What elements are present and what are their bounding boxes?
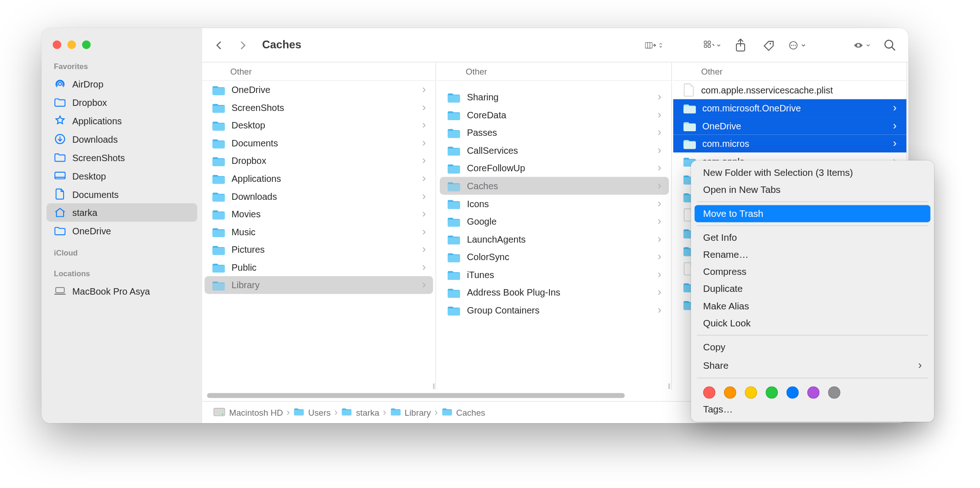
menu-item-open-in-new-tabs[interactable]: Open in New Tabs: [694, 181, 930, 198]
column-body[interactable]: Sharing›CoreData›Passes›CallServices›Cor…: [438, 81, 671, 390]
list-item[interactable]: Icons›: [440, 195, 669, 213]
share-icon[interactable]: [732, 38, 749, 52]
path-segment[interactable]: Library: [390, 407, 431, 418]
chevron-right-icon: ›: [383, 407, 386, 418]
column-header[interactable]: Other: [673, 63, 906, 81]
list-item[interactable]: Documents›: [204, 134, 433, 152]
menu-item-duplicate[interactable]: Duplicate: [694, 280, 930, 297]
sidebar-item-documents[interactable]: Documents: [47, 185, 197, 203]
menu-item-copy[interactable]: Copy: [694, 338, 930, 355]
sidebar-item-macbook-pro-asya[interactable]: MacBook Pro Asya: [47, 282, 197, 300]
tag-color[interactable]: [703, 386, 716, 399]
list-item[interactable]: Library›: [204, 276, 433, 294]
list-item[interactable]: LaunchAgents›: [440, 230, 669, 248]
list-item[interactable]: Downloads›: [204, 187, 433, 205]
list-item[interactable]: com.microsoft.OneDrive›: [673, 99, 906, 117]
sidebar-item-dropbox[interactable]: Dropbox: [47, 93, 197, 111]
menu-item-share[interactable]: Share›: [694, 356, 930, 375]
list-item[interactable]: Address Book Plug-Ins›: [440, 284, 669, 302]
svg-rect-9: [708, 41, 710, 43]
tag-color[interactable]: [787, 386, 799, 399]
sidebar-item-label: AirDrop: [72, 79, 104, 89]
list-item[interactable]: Public›: [204, 258, 433, 276]
tag-color[interactable]: [766, 386, 778, 399]
folder-icon: [447, 180, 461, 192]
chevron-right-icon: ›: [658, 197, 661, 210]
list-item[interactable]: CallServices›: [440, 141, 669, 159]
menu-item-move-to-trash[interactable]: Move to Trash: [694, 205, 930, 222]
close-button[interactable]: [52, 41, 61, 49]
column-header[interactable]: Other: [438, 63, 671, 81]
sidebar-heading: Locations: [47, 267, 197, 282]
item-label: Passes: [467, 128, 497, 138]
path-segment[interactable]: Caches: [442, 407, 485, 418]
tag-color[interactable]: [807, 386, 820, 399]
zoom-button[interactable]: [82, 41, 91, 49]
folder-icon: [212, 120, 225, 131]
preview-icon[interactable]: [853, 38, 870, 52]
menu-item-compress[interactable]: Compress: [694, 263, 930, 280]
list-item[interactable]: Passes›: [440, 124, 669, 142]
action-icon[interactable]: [788, 38, 805, 52]
minimize-button[interactable]: [67, 41, 76, 49]
list-item[interactable]: Desktop›: [204, 116, 433, 134]
search-icon[interactable]: [881, 38, 898, 52]
path-segment[interactable]: Macintosh HD: [213, 407, 283, 418]
sidebar-item-applications[interactable]: Applications: [47, 111, 197, 130]
chevron-right-icon: ›: [658, 180, 661, 192]
list-item[interactable]: Dropbox›: [204, 152, 433, 170]
tag-color[interactable]: [745, 386, 757, 399]
path-segment[interactable]: Users: [293, 407, 331, 418]
folder-icon: [341, 407, 352, 418]
list-item[interactable]: ColorSync›: [440, 248, 669, 266]
list-item[interactable]: Group Containers›: [440, 301, 669, 319]
list-item[interactable]: Movies›: [204, 205, 433, 223]
chevron-right-icon: ›: [422, 137, 426, 150]
menu-item-new-folder-with-selection-3-items[interactable]: New Folder with Selection (3 Items): [694, 164, 930, 181]
list-item[interactable]: com.apple.nsservicescache.plist: [676, 81, 904, 99]
list-item[interactable]: ScreenShots›: [204, 99, 433, 116]
sidebar-item-desktop[interactable]: Desktop: [47, 167, 197, 185]
menu-item-make-alias[interactable]: Make Alias: [694, 297, 930, 314]
column-header[interactable]: Other: [202, 63, 436, 81]
svg-point-18: [885, 40, 893, 48]
folder-icon: [682, 103, 696, 114]
list-item[interactable]: OneDrive›: [673, 117, 906, 135]
menu-item-rename[interactable]: Rename…: [694, 246, 930, 263]
svg-rect-5: [645, 42, 652, 48]
laptop-icon: [54, 285, 66, 297]
list-item[interactable]: Music›: [204, 223, 433, 241]
chevron-right-icon: ›: [658, 250, 661, 263]
sidebar-item-onedrive[interactable]: OneDrive: [47, 221, 197, 240]
sidebar-item-starka[interactable]: starka: [47, 203, 197, 222]
back-button[interactable]: [212, 38, 227, 52]
chevron-right-icon: ›: [422, 154, 426, 167]
list-item[interactable]: Applications›: [204, 169, 433, 187]
sidebar-item-downloads[interactable]: Downloads: [47, 130, 197, 148]
list-item[interactable]: CoreData›: [440, 106, 669, 124]
list-item[interactable]: Pictures›: [204, 241, 433, 259]
tags-icon[interactable]: [760, 38, 777, 52]
list-item[interactable]: iTunes›: [440, 266, 669, 284]
item-label: ColorSync: [467, 252, 509, 262]
group-icon[interactable]: [704, 38, 721, 52]
sidebar-item-screenshots[interactable]: ScreenShots: [47, 148, 197, 167]
menu-item-quick-look[interactable]: Quick Look: [694, 315, 930, 332]
list-item[interactable]: OneDrive›: [204, 81, 433, 99]
list-item[interactable]: Sharing›: [440, 88, 669, 106]
view-columns-icon[interactable]: [645, 38, 662, 52]
folder-icon: [212, 226, 225, 237]
tag-color[interactable]: [724, 386, 736, 399]
folder-icon: [447, 216, 461, 227]
list-item[interactable]: CoreFollowUp›: [440, 159, 669, 177]
column-body[interactable]: OneDrive›ScreenShots›Desktop›Documents›D…: [202, 81, 436, 390]
tag-color[interactable]: [828, 386, 840, 399]
path-segment[interactable]: starka: [341, 407, 379, 418]
list-item[interactable]: Caches›: [440, 177, 669, 195]
menu-item-get-info[interactable]: Get Info: [694, 229, 930, 246]
sidebar-item-airdrop[interactable]: AirDrop: [47, 75, 197, 93]
menu-item-tags[interactable]: Tags…: [694, 401, 930, 418]
forward-button[interactable]: [235, 38, 250, 52]
list-item[interactable]: Google›: [440, 213, 669, 231]
list-item[interactable]: com.micros›: [673, 135, 906, 153]
